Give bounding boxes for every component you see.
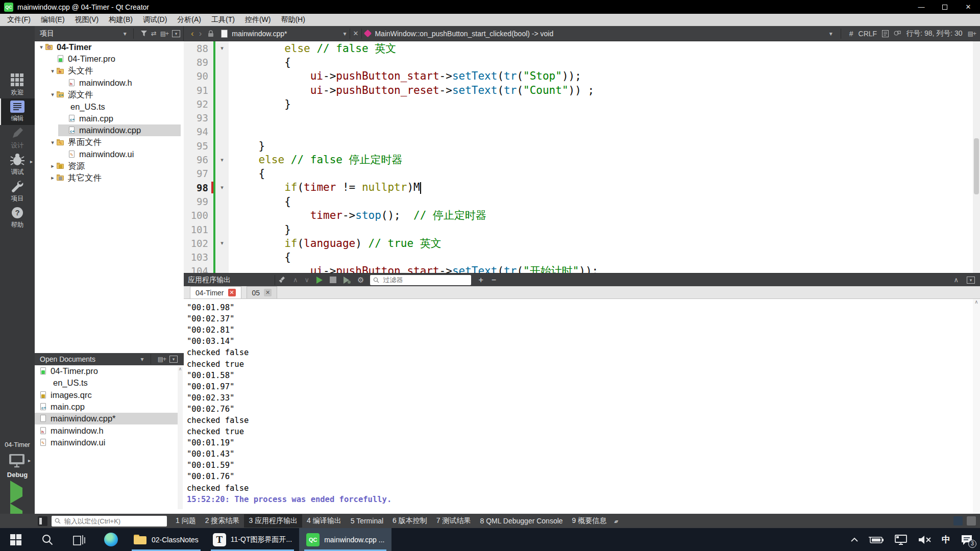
line-number[interactable]: 89 bbox=[184, 55, 213, 69]
back-icon[interactable]: ‹ bbox=[191, 29, 194, 39]
pane-button-4 编译输出[interactable]: 4 编译输出 bbox=[302, 514, 346, 528]
fold-marker-icon[interactable]: ▾ bbox=[215, 41, 229, 55]
menu-item[interactable]: 帮助(H) bbox=[276, 14, 310, 26]
chevron-down-icon[interactable]: ▾ bbox=[124, 30, 127, 37]
taskbar-app-folder-02-classnotes[interactable]: 02-ClassNotes bbox=[127, 528, 206, 551]
mode-调试[interactable]: 调试 ▸ bbox=[0, 152, 35, 178]
doc-properties-icon[interactable] bbox=[882, 30, 889, 37]
code-line-98[interactable]: 98 ▾ if(timer != nullptr)M bbox=[184, 181, 980, 194]
menu-item[interactable]: 分析(A) bbox=[172, 14, 206, 26]
panel-close-icon[interactable]: ▾ bbox=[172, 30, 180, 37]
pane-button-3 应用程序输出[interactable]: 3 应用程序输出 bbox=[244, 514, 302, 528]
code-line-96[interactable]: 96 ▾ else // false 停止定时器 bbox=[184, 153, 980, 166]
fold-marker-icon[interactable]: ▾ bbox=[215, 181, 229, 194]
mode-帮助[interactable]: ? 帮助 bbox=[0, 205, 35, 231]
line-number[interactable]: 97 bbox=[184, 167, 213, 181]
mode-欢迎[interactable]: 欢迎 bbox=[0, 72, 35, 98]
split-icon[interactable]: ▤+ bbox=[160, 30, 168, 37]
code-line-90[interactable]: 90 ui->pushButton_start->setText(tr("Sto… bbox=[184, 69, 980, 83]
line-number[interactable]: 91 bbox=[184, 83, 213, 97]
code-editor[interactable]: 88 ▾ else // false 英文 89 { 90 ui->pushBu… bbox=[184, 41, 980, 273]
context-symbol[interactable]: MainWindow::on_pushButton_start_clicked(… bbox=[375, 30, 553, 38]
menu-item[interactable]: 控件(W) bbox=[240, 14, 276, 26]
line-number[interactable]: 92 bbox=[184, 97, 213, 111]
open-doc-mainwindow.ui[interactable]: ✎ mainwindow.ui bbox=[35, 437, 184, 448]
open-doc-04-Timer.pro[interactable]: 04-Timer.pro bbox=[35, 365, 184, 377]
start-button[interactable] bbox=[0, 528, 32, 551]
open-doc-images.qrc[interactable]: images.qrc bbox=[35, 389, 184, 401]
tree-item-其它文件[interactable]: ▸ 其它文件 bbox=[35, 172, 184, 184]
locator-input[interactable] bbox=[63, 517, 155, 525]
forward-icon[interactable]: › bbox=[199, 29, 202, 39]
tree-item-04-Timer.pro[interactable]: 04-Timer.pro bbox=[35, 53, 184, 65]
sidebar-toggle-icon[interactable] bbox=[38, 516, 47, 526]
close-document-icon[interactable]: ✕ bbox=[353, 30, 359, 37]
prev-item-icon[interactable]: ∧ bbox=[293, 277, 298, 283]
run-button[interactable] bbox=[10, 488, 22, 497]
taskbar-app-typora-document[interactable]: T 11-QT图形界面开... bbox=[206, 528, 299, 551]
output-filter[interactable] bbox=[370, 275, 471, 285]
menu-item[interactable]: 工具(T) bbox=[206, 14, 240, 26]
menu-item[interactable]: 视图(V) bbox=[70, 14, 104, 26]
code-line-94[interactable]: 94 bbox=[184, 125, 980, 139]
line-number[interactable]: 95 bbox=[184, 139, 213, 153]
line-number[interactable]: 102 bbox=[184, 236, 213, 250]
output-tab-05[interactable]: 05 ✕ bbox=[247, 286, 278, 298]
network-icon[interactable] bbox=[894, 535, 908, 545]
pane-button-2 搜索结果[interactable]: 2 搜索结果 bbox=[201, 514, 244, 528]
expander-open-icon[interactable]: ▾ bbox=[49, 91, 56, 98]
settings-gear-icon[interactable]: ⚙ bbox=[357, 276, 364, 284]
line-number[interactable]: 88 bbox=[184, 41, 213, 55]
code-line-97[interactable]: 97 { bbox=[184, 167, 980, 181]
open-doc-en_US.ts[interactable]: en_US.ts bbox=[35, 377, 184, 389]
symbol-dropdown-icon[interactable]: ▾ bbox=[829, 30, 832, 37]
output-tab-04-Timer[interactable]: 04-Timer ✕ bbox=[190, 286, 241, 298]
expander-open-icon[interactable]: ▾ bbox=[49, 68, 56, 74]
output-scrollbar[interactable]: ∧ bbox=[973, 299, 980, 514]
taskbar-search-button[interactable] bbox=[32, 528, 63, 551]
line-number[interactable]: 101 bbox=[184, 222, 213, 236]
minimize-button[interactable]: — bbox=[910, 0, 933, 14]
zoom-out-icon[interactable]: − bbox=[492, 276, 496, 285]
code-line-91[interactable]: 91 ui->pushButton_reset->setText(tr("Cou… bbox=[184, 83, 980, 97]
close-icon[interactable]: ✕ bbox=[228, 289, 236, 296]
open-doc-mainwindow.cpp*[interactable]: mainwindow.cpp* bbox=[35, 413, 184, 424]
tree-item-mainwindow.cpp[interactable]: c+ mainwindow.cpp bbox=[35, 124, 184, 136]
tree-item-头文件[interactable]: ▾ h 头文件 bbox=[35, 65, 184, 77]
mode-项目[interactable]: 项目 bbox=[0, 178, 35, 205]
editor-scrollbar-thumb[interactable] bbox=[974, 138, 979, 194]
code-line-101[interactable]: 101 } bbox=[184, 222, 980, 236]
task-view-button[interactable] bbox=[63, 528, 95, 551]
volume-muted-icon[interactable] bbox=[918, 535, 932, 544]
line-number[interactable]: 98 bbox=[184, 181, 213, 194]
chevron-down-icon[interactable]: ▾ bbox=[141, 356, 144, 363]
expander-open-icon[interactable]: ▾ bbox=[49, 139, 56, 146]
code-line-95[interactable]: 95 } bbox=[184, 139, 980, 153]
menu-item[interactable]: 调试(D) bbox=[138, 14, 172, 26]
line-number[interactable]: 103 bbox=[184, 250, 213, 264]
menu-item[interactable]: 文件(F) bbox=[2, 14, 36, 26]
code-line-104[interactable]: 104 ui->pushButton_start->setText(tr("开始… bbox=[184, 264, 980, 273]
edge-browser-button[interactable] bbox=[95, 528, 127, 551]
kit-selector[interactable]: ▸ bbox=[8, 454, 26, 468]
split-icon[interactable]: ▤+ bbox=[158, 356, 166, 363]
panel-close-icon[interactable]: ▾ bbox=[169, 356, 178, 363]
fold-marker-icon[interactable]: ▾ bbox=[215, 153, 229, 166]
rerun-icon[interactable] bbox=[343, 276, 351, 284]
expander-closed-icon[interactable]: ▸ bbox=[49, 174, 56, 181]
close-icon[interactable]: ✕ bbox=[264, 289, 272, 296]
line-number[interactable]: 94 bbox=[184, 125, 213, 139]
zoom-in-icon[interactable]: + bbox=[478, 276, 483, 285]
tree-item-04-Timer[interactable]: ▾ ⚙ 04-Timer bbox=[35, 41, 184, 53]
taskbar-app-qt-creator[interactable]: QC mainwindow.cpp ... bbox=[299, 528, 391, 551]
pane-button-7 测试结果[interactable]: 7 测试结果 bbox=[432, 514, 476, 528]
hidden-icons-chevron[interactable] bbox=[851, 537, 858, 542]
notifications-icon[interactable]: 3 bbox=[961, 534, 973, 545]
output-filter-input[interactable] bbox=[382, 276, 463, 284]
close-button[interactable]: ✕ bbox=[957, 0, 980, 14]
code-line-99[interactable]: 99 { bbox=[184, 194, 980, 208]
tree-item-en_US.ts[interactable]: en_US.ts bbox=[35, 101, 184, 112]
code-line-88[interactable]: 88 ▾ else // false 英文 bbox=[184, 41, 980, 55]
maximize-pane-icon[interactable]: ∧ bbox=[953, 277, 959, 283]
open-documents-scrollbar[interactable]: ∧ bbox=[178, 366, 183, 509]
